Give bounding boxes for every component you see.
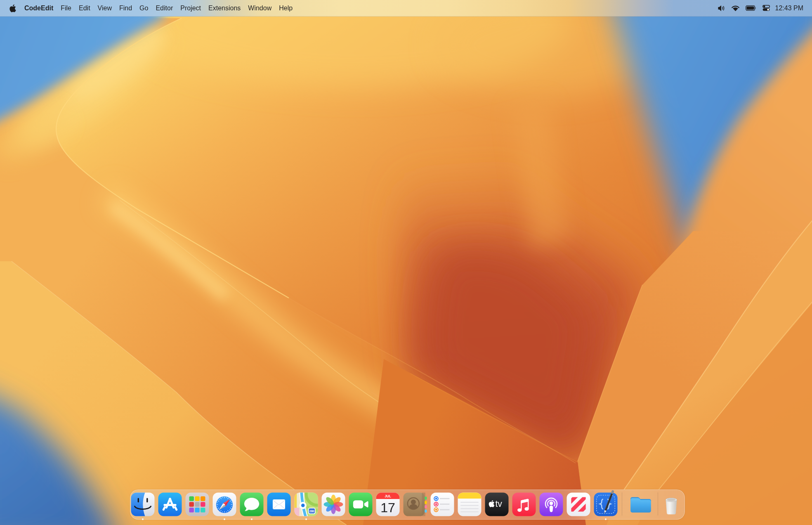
svg-text:280: 280: [309, 510, 314, 513]
svg-text:17: 17: [380, 500, 395, 515]
svg-text:tv: tv: [495, 499, 502, 508]
svg-text:JUL: JUL: [385, 494, 391, 498]
